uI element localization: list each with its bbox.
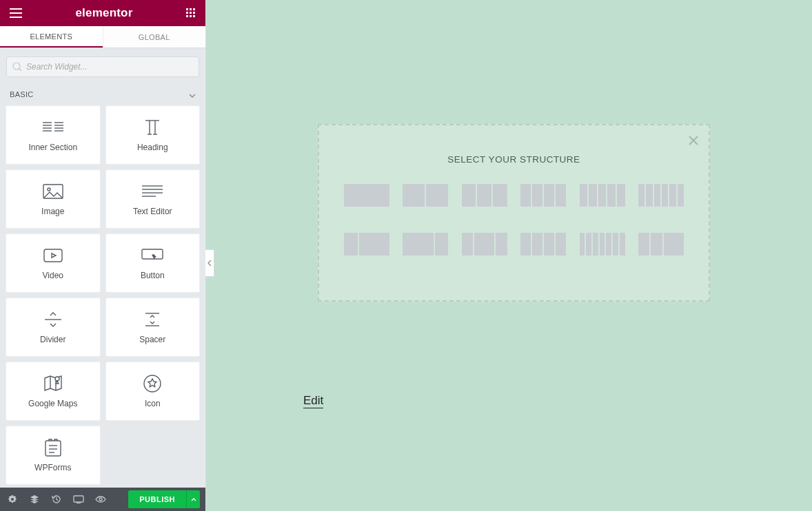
svg-rect-6 <box>186 15 188 17</box>
settings-icon[interactable] <box>1 488 23 511</box>
structure-selector: SELECT YOUR STRUCTURE <box>318 124 710 302</box>
svg-rect-8 <box>193 15 195 17</box>
widget-google-maps[interactable]: Google Maps <box>6 362 100 420</box>
star-circle-icon <box>143 374 161 393</box>
widget-divider[interactable]: Divider <box>6 298 100 356</box>
image-icon <box>43 182 63 201</box>
search-box[interactable] <box>6 56 199 77</box>
svg-rect-0 <box>186 8 188 10</box>
preview-icon[interactable] <box>90 488 112 511</box>
svg-rect-1 <box>190 8 192 10</box>
panel-footer: PUBLISH <box>0 488 205 511</box>
svg-point-45 <box>99 498 102 501</box>
map-icon <box>44 374 62 393</box>
category-basic-label: BASIC <box>10 90 34 98</box>
widget-label: Icon <box>145 399 161 408</box>
search-icon <box>12 62 22 72</box>
structure-7col[interactable] <box>580 233 625 255</box>
svg-rect-4 <box>190 12 192 14</box>
widget-label: Divider <box>40 335 65 344</box>
category-basic[interactable]: BASIC <box>0 84 205 105</box>
widget-label: Google Maps <box>28 399 77 408</box>
structure-6col[interactable] <box>638 184 684 207</box>
widget-label: Spacer <box>139 335 165 344</box>
video-icon <box>43 246 63 265</box>
publish-options-button[interactable] <box>186 490 200 508</box>
heading-icon <box>143 118 161 137</box>
spacer-icon <box>143 310 162 329</box>
svg-rect-5 <box>193 12 195 14</box>
svg-point-25 <box>48 188 50 191</box>
structure-33-66[interactable] <box>344 233 389 255</box>
structure-25-25-50[interactable] <box>638 233 684 255</box>
svg-rect-2 <box>193 8 195 10</box>
svg-rect-31 <box>142 249 163 259</box>
svg-rect-3 <box>186 12 188 14</box>
menu-icon[interactable] <box>10 8 22 18</box>
text-lines-icon <box>142 182 163 201</box>
svg-rect-24 <box>43 185 63 198</box>
widget-button[interactable]: Button <box>106 234 200 292</box>
structure-3col[interactable] <box>462 184 507 207</box>
history-icon[interactable] <box>45 488 68 511</box>
widget-heading[interactable]: Heading <box>106 106 200 164</box>
structure-4col-alt[interactable] <box>520 233 566 255</box>
widget-icon[interactable]: Icon <box>106 362 200 420</box>
structure-66-33[interactable] <box>403 233 448 255</box>
widget-wpforms[interactable]: WPForms <box>6 426 100 484</box>
search-wrap <box>0 48 205 84</box>
panel-header: elementor <box>0 0 205 26</box>
apps-grid-icon[interactable] <box>186 8 196 18</box>
widget-label: Video <box>43 271 63 280</box>
widget-image[interactable]: Image <box>6 170 100 228</box>
publish-group: PUBLISH <box>128 490 200 508</box>
editor-panel: elementor ELEMENTS GLOBAL BASIC <box>0 0 206 511</box>
button-icon <box>141 246 163 265</box>
responsive-icon[interactable] <box>68 488 90 511</box>
tab-global[interactable]: GLOBAL <box>103 26 206 48</box>
structure-4col[interactable] <box>520 184 566 207</box>
divider-icon <box>43 310 63 329</box>
close-icon[interactable] <box>688 135 699 149</box>
svg-rect-30 <box>44 249 62 262</box>
brand-logo: elementor <box>75 6 132 20</box>
edit-link[interactable]: Edit <box>303 394 323 408</box>
widget-label: Image <box>41 207 64 216</box>
svg-rect-43 <box>74 496 83 502</box>
widget-label: Inner Section <box>28 143 77 152</box>
widget-label: Heading <box>137 143 168 152</box>
structure-2col[interactable] <box>403 184 448 207</box>
structure-25-50-25[interactable] <box>462 233 507 255</box>
widget-text-editor[interactable]: Text Editor <box>106 170 200 228</box>
chevron-down-icon <box>189 88 196 101</box>
svg-rect-7 <box>190 15 192 17</box>
widget-video[interactable]: Video <box>6 234 100 292</box>
widget-label: WPForms <box>34 463 71 472</box>
structure-title: SELECT YOUR STRUCTURE <box>319 154 709 165</box>
structure-1col[interactable] <box>344 184 389 207</box>
publish-button[interactable]: PUBLISH <box>128 490 186 508</box>
widget-label: Button <box>141 271 165 280</box>
widget-label: Text Editor <box>133 207 172 216</box>
widget-grid: Inner Section Heading Image <box>0 105 205 488</box>
tab-elements[interactable]: ELEMENTS <box>0 26 103 48</box>
editor-canvas[interactable]: SELECT YOUR STRUCTURE <box>206 0 812 511</box>
svg-line-10 <box>19 69 22 72</box>
form-icon <box>45 438 61 457</box>
columns-icon <box>43 118 63 137</box>
widget-spacer[interactable]: Spacer <box>106 298 200 356</box>
search-input[interactable] <box>26 62 193 72</box>
widget-inner-section[interactable]: Inner Section <box>6 106 100 164</box>
svg-rect-39 <box>45 441 61 456</box>
structure-5col[interactable] <box>580 184 625 207</box>
navigator-icon[interactable] <box>23 488 45 511</box>
collapse-panel-button[interactable] <box>205 249 214 277</box>
panel-tabs: ELEMENTS GLOBAL <box>0 26 205 48</box>
